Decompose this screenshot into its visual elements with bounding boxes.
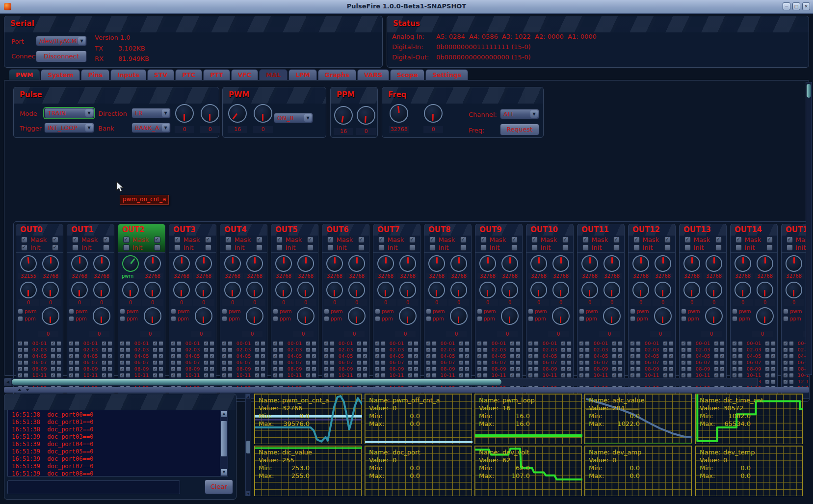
checkbox[interactable] (126, 354, 131, 359)
checkbox[interactable] (534, 360, 539, 365)
checkbox[interactable] (210, 354, 214, 359)
checkbox[interactable] (567, 360, 572, 365)
knob[interactable] (479, 282, 496, 298)
checkbox[interactable] (56, 347, 61, 352)
knob[interactable] (654, 307, 672, 325)
checkbox[interactable] (408, 367, 413, 371)
checkbox[interactable] (765, 341, 770, 346)
checkbox[interactable] (256, 244, 262, 251)
checkbox[interactable] (273, 360, 278, 365)
command-input[interactable] (7, 480, 180, 494)
knob[interactable] (377, 255, 394, 272)
checkbox[interactable] (771, 379, 776, 384)
checkbox[interactable] (579, 360, 584, 365)
checkbox[interactable] (681, 373, 686, 378)
checkbox[interactable] (783, 360, 788, 365)
checkbox[interactable] (21, 244, 27, 251)
checkbox[interactable] (330, 354, 335, 359)
knob[interactable] (450, 255, 467, 272)
checkbox[interactable] (381, 347, 386, 352)
checkbox[interactable] (381, 341, 386, 346)
checkbox[interactable] (562, 237, 569, 243)
checkbox[interactable] (561, 341, 566, 346)
checkbox[interactable] (732, 354, 737, 359)
checkbox[interactable] (204, 367, 209, 371)
checkbox[interactable] (408, 360, 413, 365)
checkbox[interactable] (306, 360, 311, 365)
checkbox[interactable] (669, 341, 674, 346)
checkbox[interactable] (681, 354, 686, 359)
checkbox[interactable] (312, 341, 316, 346)
checkbox[interactable] (414, 354, 419, 359)
checkbox[interactable] (255, 373, 260, 378)
checkbox[interactable] (567, 347, 572, 352)
checkbox[interactable] (664, 244, 671, 251)
checkbox[interactable] (669, 367, 674, 371)
checkbox[interactable] (633, 244, 640, 251)
chevron-down-icon[interactable]: ▼ (162, 109, 169, 117)
checkbox[interactable] (126, 367, 131, 371)
scroll-down-arrow[interactable]: ▼ (221, 469, 227, 476)
knob[interactable] (20, 255, 37, 272)
checkbox[interactable] (324, 347, 329, 352)
checkbox[interactable] (783, 367, 788, 371)
checkbox[interactable] (103, 237, 109, 243)
knob[interactable] (377, 282, 394, 298)
checkbox[interactable] (158, 347, 163, 352)
checkbox[interactable] (177, 354, 182, 359)
trigger-select[interactable]: INT_LOOP▼ (44, 123, 94, 133)
checkbox[interactable] (273, 367, 278, 371)
checkbox[interactable] (426, 367, 431, 371)
tab-ptc[interactable]: PTC (175, 69, 202, 80)
checkbox[interactable] (279, 347, 284, 352)
checkbox[interactable] (312, 360, 316, 365)
checkbox[interactable] (732, 316, 737, 321)
checkbox[interactable] (153, 373, 157, 378)
knob[interactable] (390, 104, 408, 123)
checkbox[interactable] (378, 237, 385, 243)
checkbox[interactable] (789, 360, 794, 365)
checkbox[interactable] (357, 373, 362, 378)
checkbox[interactable] (528, 341, 533, 346)
knob[interactable] (399, 282, 416, 298)
checkbox[interactable] (324, 373, 329, 378)
knob[interactable] (348, 255, 365, 272)
checkbox[interactable] (177, 367, 182, 371)
checkbox[interactable] (714, 354, 719, 359)
knob[interactable] (603, 307, 621, 325)
scroll-down-arrow[interactable]: ▼ (246, 491, 250, 496)
tab-vfc[interactable]: VFC (231, 69, 258, 80)
checkbox[interactable] (477, 309, 482, 314)
minimize-button[interactable]: ─ (783, 2, 790, 10)
checkbox[interactable] (738, 341, 743, 346)
checkbox[interactable] (771, 360, 776, 365)
checkbox[interactable] (409, 244, 416, 251)
checkbox[interactable] (324, 354, 329, 359)
port-select[interactable]: /dev/ttyACM0 ▼ (36, 36, 87, 46)
checkbox[interactable] (261, 360, 265, 365)
checkbox[interactable] (363, 373, 367, 378)
checkbox[interactable] (279, 341, 284, 346)
knob[interactable] (246, 307, 263, 325)
checkbox[interactable] (664, 237, 671, 243)
checkbox[interactable] (56, 341, 61, 346)
tab-stv[interactable]: STV (147, 69, 174, 80)
checkbox[interactable] (732, 347, 737, 352)
checkbox[interactable] (561, 347, 566, 352)
checkbox[interactable] (766, 237, 773, 243)
checkbox[interactable] (24, 367, 28, 371)
checkbox[interactable] (663, 367, 668, 371)
knob[interactable] (297, 282, 314, 298)
knob[interactable] (706, 282, 722, 298)
knob[interactable] (632, 255, 649, 272)
checkbox[interactable] (783, 379, 788, 384)
checkbox[interactable] (75, 360, 79, 365)
checkbox[interactable] (459, 373, 464, 378)
checkbox[interactable] (102, 373, 106, 378)
checkbox[interactable] (171, 367, 176, 371)
checkbox[interactable] (528, 309, 533, 314)
checkbox[interactable] (480, 244, 487, 251)
checkbox[interactable] (222, 309, 227, 314)
checkbox[interactable] (510, 360, 515, 365)
knob[interactable] (706, 255, 722, 272)
